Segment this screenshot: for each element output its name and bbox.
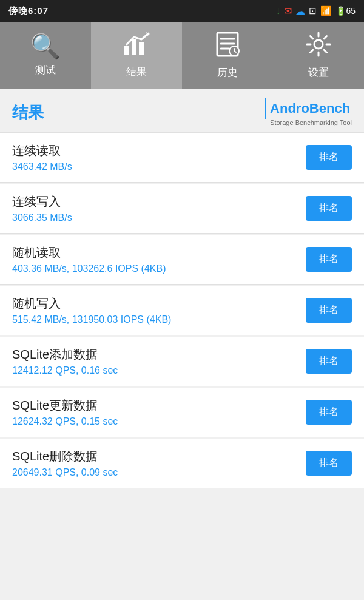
bench-name: SQLite删除数据	[12, 448, 118, 465]
rank-button[interactable]: 排名	[306, 145, 352, 170]
content-area: 结果 AndroBench Storage Benchmarking Tool …	[0, 89, 364, 600]
bench-row: SQLite删除数据20649.31 QPS, 0.09 sec排名	[0, 439, 364, 488]
screen-icon: ⊡	[309, 5, 317, 16]
bench-info: 连续读取3463.42 MB/s	[12, 143, 72, 172]
bench-value: 403.36 MB/s, 103262.6 IOPS (4KB)	[12, 263, 166, 274]
search-icon: 🔍	[30, 34, 61, 58]
cloud-icon: ☁	[295, 5, 305, 17]
rank-button[interactable]: 排名	[306, 349, 352, 374]
tab-history-label: 历史	[217, 66, 238, 79]
bench-info: 随机写入515.42 MB/s, 131950.03 IOPS (4KB)	[12, 295, 171, 325]
svg-point-9	[314, 40, 323, 49]
results-header: 结果 AndroBench Storage Benchmarking Tool	[0, 89, 364, 132]
bench-info: 随机读取403.36 MB/s, 103262.6 IOPS (4KB)	[12, 244, 166, 274]
bench-row: SQLite添加数据12412.12 QPS, 0.16 sec排名	[0, 337, 364, 386]
benchmark-list: 连续读取3463.42 MB/s排名连续写入3066.35 MB/s排名随机读取…	[0, 132, 364, 502]
androbench-logo: AndroBench Storage Benchmarking Tool	[265, 98, 352, 126]
bench-value: 3463.42 MB/s	[12, 161, 72, 172]
rank-button[interactable]: 排名	[306, 196, 352, 221]
rank-button[interactable]: 排名	[306, 451, 352, 476]
brand-name: AndroBench	[270, 102, 350, 115]
rank-button[interactable]: 排名	[306, 247, 352, 272]
battery-icon: 🔋65	[335, 6, 356, 16]
bench-name: SQLite添加数据	[12, 346, 118, 363]
bench-row: SQLite更新数据12624.32 QPS, 0.15 sec排名	[0, 388, 364, 437]
svg-rect-0	[124, 46, 129, 55]
history-icon	[215, 32, 240, 61]
status-time: 傍晚6:07	[8, 5, 49, 17]
tab-settings-label: 设置	[308, 66, 329, 79]
bench-row: 连续写入3066.35 MB/s排名	[0, 184, 364, 234]
bench-info: SQLite更新数据12624.32 QPS, 0.15 sec	[12, 397, 118, 427]
tab-results[interactable]: 结果	[91, 22, 182, 89]
tab-bar: 🔍 测试 结果 历史	[0, 22, 364, 89]
rank-button[interactable]: 排名	[306, 400, 352, 425]
download-icon: ↓	[275, 5, 280, 16]
bench-value: 12412.12 QPS, 0.16 sec	[12, 365, 118, 376]
bench-info: SQLite添加数据12412.12 QPS, 0.16 sec	[12, 346, 118, 376]
chart-icon	[123, 32, 150, 60]
bench-name: 随机写入	[12, 295, 171, 312]
svg-rect-2	[139, 42, 144, 55]
bench-row: 随机写入515.42 MB/s, 131950.03 IOPS (4KB)排名	[0, 286, 364, 335]
bench-value: 3066.35 MB/s	[12, 212, 72, 223]
bench-value: 12624.32 QPS, 0.15 sec	[12, 416, 118, 427]
settings-icon	[306, 32, 331, 61]
bench-row: 连续读取3463.42 MB/s排名	[0, 132, 364, 183]
tab-test-label: 测试	[35, 63, 56, 77]
status-icons: ↓ ✉ ☁ ⊡ 📶 🔋65	[275, 5, 356, 17]
logo-bar	[265, 98, 266, 119]
wifi-icon: 📶	[320, 5, 332, 16]
bench-row: 随机读取403.36 MB/s, 103262.6 IOPS (4KB)排名	[0, 235, 364, 285]
bench-info: 连续写入3066.35 MB/s	[12, 194, 72, 223]
tab-results-label: 结果	[126, 65, 147, 79]
svg-rect-1	[132, 39, 136, 55]
bench-name: 连续读取	[12, 143, 72, 159]
bench-value: 20649.31 QPS, 0.09 sec	[12, 467, 118, 478]
bench-value: 515.42 MB/s, 131950.03 IOPS (4KB)	[12, 314, 171, 325]
tab-test[interactable]: 🔍 测试	[0, 22, 91, 89]
bench-name: 随机读取	[12, 244, 166, 261]
tab-history[interactable]: 历史	[182, 22, 273, 89]
bench-name: SQLite更新数据	[12, 397, 118, 414]
status-bar: 傍晚6:07 ↓ ✉ ☁ ⊡ 📶 🔋65	[0, 0, 364, 22]
tab-settings[interactable]: 设置	[273, 22, 364, 89]
message-icon: ✉	[284, 5, 292, 17]
rank-button[interactable]: 排名	[306, 298, 352, 323]
brand-subtitle: Storage Benchmarking Tool	[265, 119, 352, 126]
bench-info: SQLite删除数据20649.31 QPS, 0.09 sec	[12, 448, 118, 478]
bench-name: 连续写入	[12, 194, 72, 210]
page-title: 结果	[12, 102, 44, 123]
